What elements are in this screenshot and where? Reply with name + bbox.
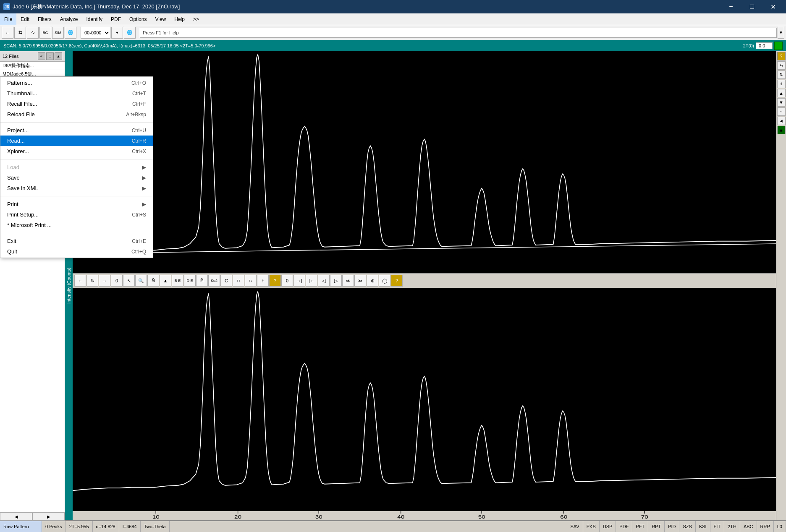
menu-thumbnail[interactable]: Thumbnail... Ctrl+T [0, 88, 153, 99]
menu-item-more[interactable]: >> [189, 13, 203, 25]
menu-xplorer[interactable]: Xplorer... Ctrl+X [0, 146, 153, 156]
minimize-button[interactable]: − [721, 0, 741, 13]
status-tab-abc[interactable]: ABC [740, 521, 757, 532]
pattern-dropdown[interactable]: 00-0000 [81, 27, 110, 39]
mid-btn-circle-plus[interactable]: ⊕ [367, 275, 378, 287]
toolbar-btn-arrows[interactable]: ⇆ [14, 27, 26, 39]
mid-btn-de[interactable]: D·E [184, 275, 196, 287]
status-tab-sav[interactable]: SAV [567, 521, 583, 532]
rt-btn-question[interactable]: ? [777, 52, 786, 60]
mid-btn-be[interactable]: B·E [172, 275, 183, 287]
rt-btn-stop[interactable]: ■ [777, 126, 786, 134]
chart-lower[interactable] [73, 288, 776, 510]
status-tab-pks[interactable]: PKS [583, 521, 600, 532]
dropdown-arrow[interactable]: ▼ [111, 27, 123, 39]
toolbar-arrow-down[interactable]: ▼ [778, 27, 784, 39]
mid-btn-m1[interactable]: M̃ [147, 275, 159, 287]
menu-ms-print[interactable]: * Microsoft Print ... [0, 220, 153, 230]
mid-btn-tri-left[interactable]: ◁ [318, 275, 330, 287]
status-tab-dsp[interactable]: DSP [600, 521, 616, 532]
status-d-value[interactable]: d=14.828 [93, 521, 119, 532]
menu-item-view[interactable]: View [151, 13, 170, 25]
menu-item-options[interactable]: Options [125, 13, 151, 25]
status-tab-pid[interactable]: PID [665, 521, 679, 532]
mid-btn-peak[interactable]: ▲ [160, 275, 171, 287]
menu-project[interactable]: Project... Ctrl+U [0, 125, 153, 136]
maximize-button[interactable]: □ [742, 0, 762, 13]
toolbar-btn-globe[interactable]: 🌐 [65, 27, 76, 39]
mid-btn-help2[interactable]: ? [391, 275, 403, 287]
toolbar-btn-1[interactable]: ← [2, 27, 13, 39]
close-button[interactable]: ✕ [763, 0, 783, 13]
menu-recall[interactable]: Recall File... Ctrl+F [0, 99, 153, 109]
mid-btn-upup[interactable]: ↑↑ [233, 275, 244, 287]
status-tab-ksi[interactable]: KSI [696, 521, 710, 532]
status-tab-2th[interactable]: 2TH [724, 521, 740, 532]
sidebar-icon-arrow[interactable]: ▲ [55, 52, 62, 60]
mid-btn-ka2[interactable]: Kα2 [208, 275, 220, 287]
sidebar-scroll-right[interactable]: ▶ [32, 512, 65, 521]
sidebar-scroll-left[interactable]: ◀ [0, 512, 32, 521]
menu-quit[interactable]: Quit Ctrl+Q [0, 246, 153, 257]
status-tab-pdf[interactable]: PDF [616, 521, 632, 532]
toolbar-btn-wave[interactable]: ∿ [27, 27, 39, 39]
menu-item-filters[interactable]: Filters [34, 13, 56, 25]
status-tab-l0[interactable]: L0 [774, 521, 786, 532]
menu-reload[interactable]: Reload File Alt+Bksp [0, 109, 153, 120]
status-intensity[interactable]: I=4684 [119, 521, 141, 532]
mid-btn-prev[interactable]: |← [306, 275, 317, 287]
mid-btn-dbl-right[interactable]: ≫ [354, 275, 366, 287]
rt-btn-up-up[interactable]: ⇑ [777, 80, 786, 88]
mid-btn-left[interactable]: ← [74, 275, 86, 287]
mid-btn-updown[interactable]: ↑↓ [245, 275, 257, 287]
mid-btn-c[interactable]: C [220, 275, 232, 287]
menu-exit[interactable]: Exit Ctrl+E [0, 236, 153, 246]
rt-btn-h-arrows[interactable]: ↔ [777, 107, 786, 116]
rt-btn-arrows-h[interactable]: ⇆ [777, 61, 786, 70]
status-tab-pft[interactable]: PFT [632, 521, 648, 532]
mid-btn-tri-right[interactable]: ▷ [330, 275, 342, 287]
mid-btn-zoom[interactable]: 🔍 [135, 275, 147, 287]
status-peaks[interactable]: 0 Peaks [42, 521, 66, 532]
sidebar-icon-folder[interactable]: □ [46, 52, 54, 60]
menu-save-xml[interactable]: Save in XML ▶ [0, 183, 153, 193]
mid-btn-dbl-left[interactable]: ≪ [342, 275, 354, 287]
sidebar-file-1[interactable]: D8A操作指南... [0, 62, 65, 70]
rt-btn-up[interactable]: ▲ [777, 89, 786, 97]
toolbar-btn-bg[interactable]: BG [39, 27, 51, 39]
rt-btn-arrows-v[interactable]: ⇅ [777, 70, 786, 79]
menu-print[interactable]: Print ▶ [0, 199, 153, 209]
mid-btn-refresh[interactable]: ↻ [86, 275, 98, 287]
mid-btn-next[interactable]: →| [293, 275, 305, 287]
rt-btn-down[interactable]: ▼ [777, 98, 786, 107]
menu-item-file[interactable]: File [0, 13, 16, 25]
status-tab-szs[interactable]: SZS [679, 521, 695, 532]
mid-btn-grid[interactable]: ⊦ [257, 275, 269, 287]
menu-item-identify[interactable]: Identify [82, 13, 107, 25]
status-tab-rrp[interactable]: RRP [757, 521, 774, 532]
mid-btn-cursor[interactable]: ↖ [123, 275, 135, 287]
sidebar-icon-check[interactable]: ✓ [38, 52, 45, 60]
mid-btn-help[interactable]: ? [269, 275, 281, 287]
menu-item-pdf[interactable]: PDF [107, 13, 125, 25]
chart-upper[interactable] [73, 51, 776, 273]
menu-save[interactable]: Save ▶ [0, 172, 153, 183]
menu-patterns[interactable]: Patterns... Ctrl+O [0, 78, 153, 88]
menu-item-help[interactable]: Help [170, 13, 189, 25]
mid-btn-right[interactable]: → [99, 275, 110, 287]
status-mode[interactable]: Two-Theta [141, 521, 170, 532]
rt-btn-left[interactable]: ◄ [777, 117, 786, 125]
menu-read[interactable]: Read... Ctrl+R [0, 136, 153, 146]
toolbar-btn-sm[interactable]: S/M [52, 27, 64, 39]
toolbar-globe2[interactable]: 🌐 [124, 27, 136, 39]
mid-btn-zero[interactable]: 0 [111, 275, 123, 287]
menu-item-edit[interactable]: Edit [16, 13, 34, 25]
mid-btn-zero2[interactable]: 0 [281, 275, 293, 287]
status-tab-rpt[interactable]: RPT [648, 521, 665, 532]
status-2theta[interactable]: 2T=5.955 [66, 521, 93, 532]
mid-btn-circle[interactable]: ◯ [379, 275, 390, 287]
menu-print-setup[interactable]: Print Setup... Ctrl+S [0, 209, 153, 220]
status-tab-fit[interactable]: FIT [710, 521, 725, 532]
mid-btn-m2[interactable]: M̃ [196, 275, 208, 287]
status-raw-pattern[interactable]: Raw Pattern [0, 521, 42, 532]
